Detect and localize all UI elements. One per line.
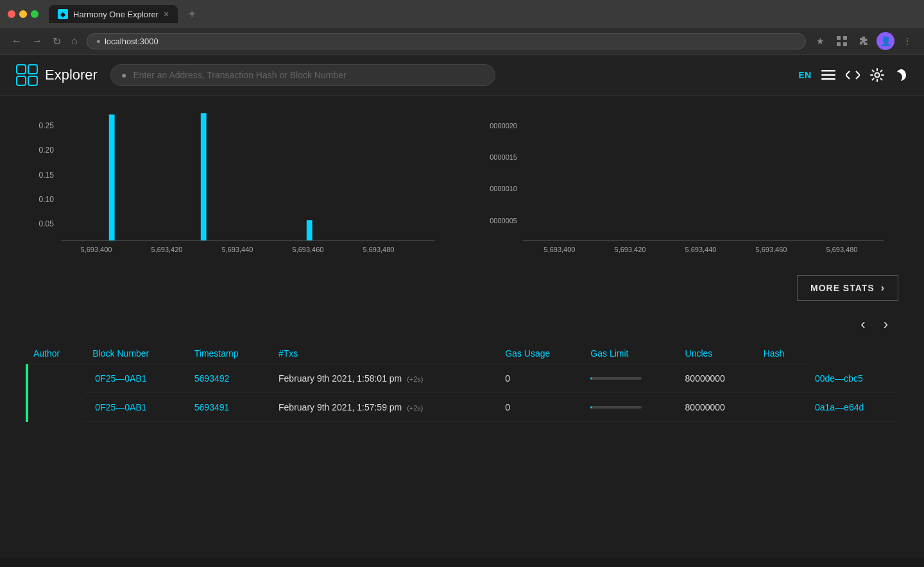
svg-text:5,693,480: 5,693,480: [826, 246, 858, 253]
charts-section: 0.25 0.20 0.15 0.10 0.05 5,693,400 5,693…: [26, 111, 898, 265]
row-gas-limit: 80000000: [685, 373, 725, 384]
svg-rect-1: [843, 36, 847, 40]
right-chart: 0000020 0000015 0000010 0000005 5,693,40…: [475, 111, 898, 265]
row-gas-limit: 80000000: [685, 402, 725, 412]
svg-text:5,693,420: 5,693,420: [151, 246, 183, 253]
col-uncles: Uncles: [678, 343, 756, 364]
left-chart: 0.25 0.20 0.15 0.10 0.05 5,693,400 5,693…: [26, 111, 449, 265]
logo-text: Explorer: [45, 67, 98, 83]
col-gas-usage: Gas Usage: [497, 343, 583, 364]
svg-text:5,693,420: 5,693,420: [615, 246, 646, 253]
address-text: localhost:3000: [105, 37, 158, 46]
svg-rect-19: [201, 113, 207, 241]
home-button[interactable]: ⌂: [67, 33, 81, 50]
puzzle-extension-button[interactable]: [855, 32, 873, 50]
svg-text:0000010: 0000010: [490, 185, 517, 192]
svg-point-11: [875, 72, 880, 77]
row-gas-usage: [590, 406, 669, 409]
svg-rect-8: [821, 70, 835, 72]
lock-icon: ●: [96, 37, 101, 46]
new-tab-button[interactable]: +: [183, 5, 201, 23]
minimize-window-button[interactable]: [19, 10, 27, 18]
right-chart-svg: 0000020 0000015 0000010 0000005 5,693,40…: [475, 111, 898, 265]
tab-bar: ◈ Harmony One Explorer × +: [49, 5, 916, 23]
more-stats-button[interactable]: MORE STATS ›: [797, 275, 898, 301]
svg-text:0000005: 0000005: [490, 217, 517, 224]
user-avatar[interactable]: 👤: [877, 32, 894, 50]
next-page-button[interactable]: ›: [878, 314, 893, 335]
svg-text:5,693,460: 5,693,460: [293, 246, 324, 253]
svg-rect-3: [843, 42, 847, 46]
main-content: 0.25 0.20 0.15 0.10 0.05 5,693,400 5,693…: [0, 96, 924, 557]
row-gas-usage: [590, 377, 669, 380]
pagination-area: ‹ ›: [26, 314, 898, 335]
col-author: Author: [26, 343, 85, 364]
left-chart-svg: 0.25 0.20 0.15 0.10 0.05 5,693,400 5,693…: [26, 111, 449, 265]
prev-page-button[interactable]: ‹: [855, 314, 870, 335]
search-placeholder: Enter an Address, Transaction Hash or Bl…: [133, 70, 346, 80]
svg-text:0000015: 0000015: [490, 153, 517, 161]
svg-text:5,693,480: 5,693,480: [363, 246, 395, 253]
language-selector[interactable]: EN: [799, 70, 811, 80]
col-hash: Hash: [756, 343, 807, 364]
svg-rect-6: [17, 76, 26, 85]
tab-close-button[interactable]: ×: [164, 9, 169, 19]
nav-buttons: ← → ↻ ⌂: [8, 33, 81, 50]
svg-text:0.20: 0.20: [38, 146, 54, 155]
browser-toolbar: ← → ↻ ⌂ ● localhost:3000 ★: [0, 28, 924, 55]
close-window-button[interactable]: [8, 10, 15, 18]
browser-titlebar: ◈ Harmony One Explorer × +: [0, 0, 924, 28]
browser-chrome: ◈ Harmony One Explorer × + ← → ↻ ⌂ ● loc…: [0, 0, 924, 55]
svg-text:5,693,440: 5,693,440: [685, 246, 717, 253]
search-icon: ●: [121, 70, 126, 80]
row-block-number[interactable]: 5693491: [194, 402, 230, 412]
svg-text:0000020: 0000020: [490, 122, 517, 130]
col-block-number: Block Number: [85, 343, 186, 364]
code-view-button[interactable]: [846, 70, 860, 80]
extensions-grid-button[interactable]: [833, 32, 851, 50]
col-gas-limit: Gas Limit: [583, 343, 677, 364]
active-tab[interactable]: ◈ Harmony One Explorer ×: [49, 5, 178, 23]
reload-button[interactable]: ↻: [49, 33, 65, 50]
svg-text:0.10: 0.10: [38, 195, 54, 204]
menu-dots-button[interactable]: ⋮: [898, 32, 916, 50]
row-block-number[interactable]: 5693492: [194, 373, 230, 384]
back-button[interactable]: ←: [8, 33, 26, 50]
address-bar[interactable]: ● localhost:3000: [87, 33, 806, 49]
bookmark-button[interactable]: ★: [811, 32, 829, 50]
row-timestamp-offset: (+2s): [407, 375, 423, 383]
table-row: 0F25—0AB1 5693491 February 9th 2021, 1:5…: [26, 393, 898, 422]
row-author[interactable]: 0F25—0AB1: [95, 373, 146, 384]
svg-rect-7: [28, 76, 37, 85]
forward-button[interactable]: →: [28, 33, 46, 50]
row-txs: 0: [505, 402, 510, 412]
svg-rect-5: [28, 65, 37, 74]
svg-text:0.25: 0.25: [38, 121, 54, 130]
svg-rect-20: [307, 220, 312, 241]
row-timestamp: February 9th 2021, 1:57:59 pm: [278, 402, 402, 412]
header-actions: EN: [799, 68, 909, 82]
svg-rect-9: [821, 74, 835, 76]
browser-actions: ★ 👤 ⋮: [811, 32, 916, 50]
col-timestamp: Timestamp: [187, 343, 271, 364]
search-bar[interactable]: ● Enter an Address, Transaction Hash or …: [110, 64, 495, 86]
row-timestamp-offset: (+2s): [407, 404, 423, 412]
svg-rect-0: [837, 36, 841, 40]
svg-text:0.05: 0.05: [38, 219, 54, 228]
maximize-window-button[interactable]: [31, 10, 38, 18]
svg-rect-18: [109, 114, 115, 240]
dark-mode-toggle[interactable]: [894, 68, 909, 82]
settings-button[interactable]: [870, 68, 884, 82]
menu-lines-button[interactable]: [821, 70, 835, 80]
tab-title: Harmony One Explorer: [73, 10, 158, 19]
logo-area: Explorer: [15, 63, 98, 87]
row-hash[interactable]: 0a1a—e64d: [815, 402, 864, 412]
svg-text:5,693,460: 5,693,460: [756, 246, 787, 253]
blocks-table: Author Block Number Timestamp #Txs Gas U…: [26, 343, 898, 422]
svg-text:0.15: 0.15: [38, 171, 54, 180]
svg-text:5,693,400: 5,693,400: [544, 246, 576, 253]
row-author[interactable]: 0F25—0AB1: [95, 402, 146, 412]
row-hash[interactable]: 00de—cbc5: [815, 373, 863, 384]
table-header-row: Author Block Number Timestamp #Txs Gas U…: [26, 343, 898, 364]
traffic-lights: [8, 10, 38, 18]
